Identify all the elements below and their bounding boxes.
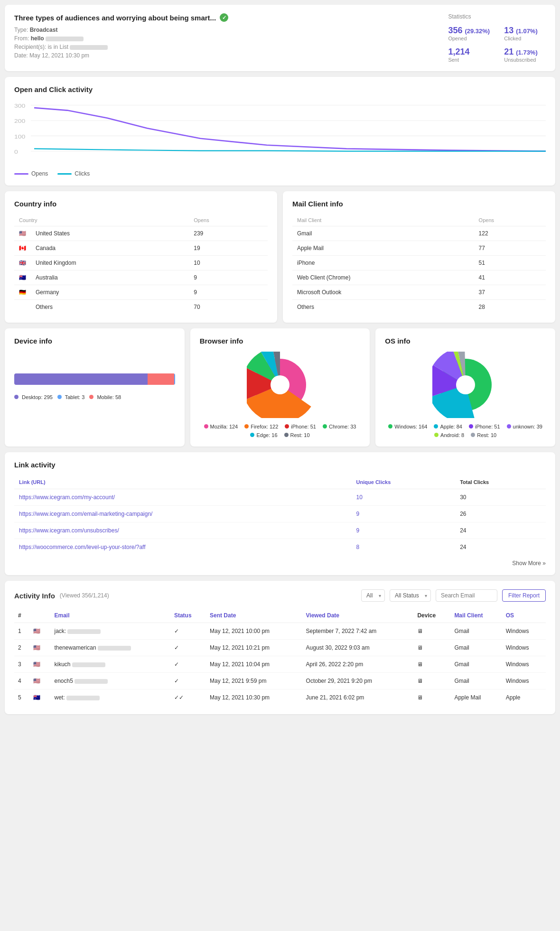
mail-row: Gmail122	[292, 226, 546, 241]
row-flag: 🇺🇸	[29, 673, 50, 689]
header-left: Three types of audiences and worrying ab…	[14, 13, 228, 61]
device-browser-os-row: Device info Desktop: 295 Tablet: 3 Mobil…	[5, 328, 555, 452]
row-os: Apple	[502, 689, 546, 706]
filter-report-button[interactable]: Filter Report	[502, 589, 546, 602]
stat-clicked-value: 13 (1.07%)	[504, 26, 546, 36]
stat-sent: 1,214 Sent	[448, 47, 490, 63]
browser-dot	[244, 424, 249, 428]
activity-row: 3 🇺🇸 kikuch ✓ May 12, 2021 10:04 pm Apri…	[14, 656, 546, 673]
browser-title: Browser info	[200, 337, 361, 345]
link-row: https://woocommerce.com/level-up-your-st…	[14, 539, 546, 556]
open-click-title: Open and Click activity	[14, 85, 546, 93]
meta-date: Date: May 12, 2021 10:30 pm	[14, 52, 228, 59]
row-mail-client: Gmail	[450, 656, 502, 673]
mail-client-table: Mail Client Opens Gmail122Apple Mail77iP…	[292, 214, 546, 314]
activity-row: 5 🇦🇺 wet: ✓✓ May 12, 2021 10:30 pm June …	[14, 689, 546, 706]
browser-legend-item: Mozilla: 124	[204, 424, 238, 429]
mobile-legend: Mobile: 58	[89, 394, 121, 400]
stat-unsubscribed-value: 21 (1.73%)	[504, 47, 546, 57]
svg-point-14	[271, 375, 289, 394]
row-os: Windows	[502, 656, 546, 673]
mail-client-name: Gmail	[292, 226, 474, 241]
country-flag: 🇨🇦	[14, 241, 31, 256]
country-opens: 239	[189, 226, 268, 241]
row-mail-client: Gmail	[450, 640, 502, 656]
country-row: 🇬🇧United Kingdom10	[14, 256, 268, 270]
row-sent: May 12, 2021 10:30 pm	[206, 689, 302, 706]
country-name: United Kingdom	[31, 256, 189, 270]
email-blurred	[75, 679, 108, 684]
filter-status-select[interactable]: All Status	[390, 589, 431, 602]
stat-unsubscribed-label: Unsubscribed	[504, 57, 546, 63]
row-mail-client: Apple Mail	[450, 689, 502, 706]
country-name: Australia	[31, 270, 189, 285]
browser-legend-item: Rest: 10	[284, 432, 310, 438]
os-legend-item: unknown: 39	[507, 424, 542, 429]
col-status: Status	[170, 608, 206, 623]
header-stats: Statistics 356 (29.32%) Opened 13 (1.07%…	[448, 13, 546, 63]
filter-all-select[interactable]: All	[361, 589, 385, 602]
country-flag: 🇬🇧	[14, 256, 31, 270]
row-status: ✓✓	[170, 689, 206, 706]
header-card: Three types of audiences and worrying ab…	[5, 5, 555, 71]
browser-dot	[204, 424, 208, 428]
legend-clicks: Clicks	[57, 170, 90, 177]
link-url: https://www.icegram.com/email-marketing-…	[14, 506, 352, 522]
row-sent: May 12, 2021 10:00 pm	[206, 623, 302, 640]
country-col2: Opens	[189, 214, 268, 226]
svg-text:0: 0	[14, 149, 18, 155]
email-blurred	[98, 646, 131, 651]
svg-text:100: 100	[14, 134, 25, 140]
country-name: Germany	[31, 285, 189, 300]
os-pie	[432, 352, 499, 418]
country-name: United States	[31, 226, 189, 241]
col-os: OS	[502, 608, 546, 623]
country-row: 🇺🇸United States239	[14, 226, 268, 241]
browser-legend: Mozilla: 124Firefox: 122iPhone: 51Chrome…	[200, 424, 361, 438]
link-url: https://www.icegram.com/unsubscribes/	[14, 522, 352, 539]
link-col1: Link (URL)	[14, 475, 352, 489]
country-card: Country info Country Opens 🇺🇸United Stat…	[5, 191, 277, 323]
filter-all-wrap[interactable]: All	[361, 589, 385, 602]
os-dot	[469, 424, 473, 428]
row-email: wet:	[51, 689, 170, 706]
search-email-input[interactable]	[436, 589, 497, 602]
mail-col2: Opens	[474, 214, 546, 226]
show-more-btn[interactable]: Show More »	[14, 560, 546, 567]
row-sent: May 12, 2021 10:21 pm	[206, 640, 302, 656]
open-click-card: Open and Click activity 300 200 100 0	[5, 77, 555, 186]
stat-sent-value: 1,214	[448, 47, 490, 57]
stats-title: Statistics	[448, 13, 546, 20]
country-flag: 🇦🇺	[14, 270, 31, 285]
browser-pie-container: Mozilla: 124Firefox: 122iPhone: 51Chrome…	[200, 352, 361, 438]
row-status: ✓	[170, 640, 206, 656]
stats-grid: 356 (29.32%) Opened 13 (1.07%) Clicked 1…	[448, 26, 546, 63]
row-viewed: September 7, 2022 7:42 am	[302, 623, 414, 640]
col-flag	[29, 608, 50, 623]
browser-dot	[284, 433, 289, 437]
link-unique: 10	[352, 489, 456, 506]
activity-viewed: (Viewed 356/1,214)	[60, 592, 109, 599]
row-status: ✓	[170, 673, 206, 689]
desktop-bar	[14, 373, 148, 385]
mail-row: iPhone51	[292, 256, 546, 270]
filter-status-wrap[interactable]: All Status	[390, 589, 431, 602]
row-email: thenewamerican	[51, 640, 170, 656]
chart-legend: Opens Clicks	[14, 170, 546, 177]
link-activity-title: Link activity	[14, 461, 546, 469]
opens-line	[14, 173, 28, 175]
tablet-dot	[57, 395, 62, 399]
row-flag: 🇦🇺	[29, 689, 50, 706]
email-blurred	[66, 696, 100, 700]
os-dot	[507, 424, 511, 428]
mail-client-opens: 37	[474, 285, 546, 300]
row-email: enoch5	[51, 673, 170, 689]
link-url: https://www.icegram.com/my-account/	[14, 489, 352, 506]
os-legend: Windows: 164Apple: 84iPhone: 51unknown: …	[385, 424, 546, 438]
row-flag: 🇺🇸	[29, 623, 50, 640]
row-mail-client: Gmail	[450, 673, 502, 689]
mail-row: Microsoft Outlook37	[292, 285, 546, 300]
browser-pie	[247, 352, 313, 418]
mail-client-name: Web Client (Chrome)	[292, 270, 474, 285]
row-num: 3	[14, 656, 29, 673]
